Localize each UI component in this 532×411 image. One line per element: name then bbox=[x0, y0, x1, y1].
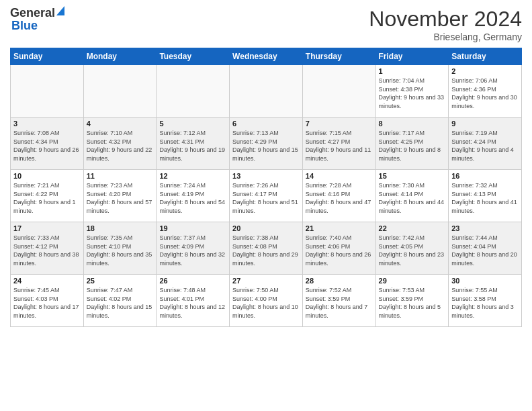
calendar-week-row: 10Sunrise: 7:21 AM Sunset: 4:22 PM Dayli… bbox=[11, 170, 522, 222]
table-row: 27Sunrise: 7:50 AM Sunset: 4:00 PM Dayli… bbox=[230, 275, 303, 327]
day-number: 18 bbox=[87, 224, 154, 232]
day-info: Sunrise: 7:21 AM Sunset: 4:22 PM Dayligh… bbox=[13, 181, 81, 215]
col-friday: Friday bbox=[375, 48, 449, 65]
day-info: Sunrise: 7:30 AM Sunset: 4:14 PM Dayligh… bbox=[379, 181, 446, 215]
col-monday: Monday bbox=[83, 48, 157, 65]
table-row bbox=[302, 65, 375, 118]
day-info: Sunrise: 7:55 AM Sunset: 3:58 PM Dayligh… bbox=[451, 286, 519, 320]
table-row: 10Sunrise: 7:21 AM Sunset: 4:22 PM Dayli… bbox=[11, 170, 84, 222]
table-row: 29Sunrise: 7:53 AM Sunset: 3:59 PM Dayli… bbox=[375, 275, 449, 327]
table-row: 24Sunrise: 7:45 AM Sunset: 4:03 PM Dayli… bbox=[11, 275, 84, 327]
day-number: 16 bbox=[451, 172, 519, 180]
table-row: 18Sunrise: 7:35 AM Sunset: 4:10 PM Dayli… bbox=[83, 222, 157, 275]
logo-blue-text: Blue bbox=[11, 19, 38, 32]
table-row: 23Sunrise: 7:44 AM Sunset: 4:04 PM Dayli… bbox=[449, 222, 522, 275]
day-info: Sunrise: 7:52 AM Sunset: 3:59 PM Dayligh… bbox=[306, 286, 373, 320]
day-number: 21 bbox=[306, 224, 373, 232]
day-number: 1 bbox=[379, 67, 446, 75]
title-block: November 2024 Brieselang, Germany bbox=[369, 7, 522, 42]
table-row: 1Sunrise: 7:04 AM Sunset: 4:38 PM Daylig… bbox=[375, 65, 449, 118]
col-tuesday: Tuesday bbox=[157, 48, 230, 65]
day-number: 5 bbox=[159, 120, 226, 128]
table-row: 13Sunrise: 7:26 AM Sunset: 4:17 PM Dayli… bbox=[230, 170, 303, 222]
day-number: 25 bbox=[87, 277, 154, 285]
table-row: 25Sunrise: 7:47 AM Sunset: 4:02 PM Dayli… bbox=[83, 275, 157, 327]
page-container: General Blue November 2024 Brieselang, G… bbox=[0, 0, 532, 334]
day-info: Sunrise: 7:40 AM Sunset: 4:06 PM Dayligh… bbox=[306, 234, 373, 267]
day-info: Sunrise: 7:06 AM Sunset: 4:36 PM Dayligh… bbox=[451, 77, 519, 110]
calendar-week-row: 24Sunrise: 7:45 AM Sunset: 4:03 PM Dayli… bbox=[11, 275, 522, 327]
col-sunday: Sunday bbox=[11, 48, 84, 65]
day-info: Sunrise: 7:37 AM Sunset: 4:09 PM Dayligh… bbox=[159, 234, 226, 267]
day-info: Sunrise: 7:35 AM Sunset: 4:10 PM Dayligh… bbox=[87, 234, 154, 267]
table-row: 19Sunrise: 7:37 AM Sunset: 4:09 PM Dayli… bbox=[157, 222, 230, 275]
day-info: Sunrise: 7:10 AM Sunset: 4:32 PM Dayligh… bbox=[87, 129, 154, 163]
table-row: 7Sunrise: 7:15 AM Sunset: 4:27 PM Daylig… bbox=[302, 118, 375, 170]
table-row: 3Sunrise: 7:08 AM Sunset: 4:34 PM Daylig… bbox=[11, 118, 84, 170]
day-number: 6 bbox=[232, 120, 300, 128]
table-row: 17Sunrise: 7:33 AM Sunset: 4:12 PM Dayli… bbox=[11, 222, 84, 275]
table-row: 30Sunrise: 7:55 AM Sunset: 3:58 PM Dayli… bbox=[449, 275, 522, 327]
day-info: Sunrise: 7:53 AM Sunset: 3:59 PM Dayligh… bbox=[379, 286, 446, 320]
logo: General Blue bbox=[10, 7, 64, 33]
calendar-week-row: 17Sunrise: 7:33 AM Sunset: 4:12 PM Dayli… bbox=[11, 222, 522, 275]
day-number: 17 bbox=[13, 224, 81, 232]
day-number: 8 bbox=[379, 120, 446, 128]
day-info: Sunrise: 7:12 AM Sunset: 4:31 PM Dayligh… bbox=[159, 129, 226, 163]
month-title: November 2024 bbox=[369, 7, 522, 32]
calendar-header-row: Sunday Monday Tuesday Wednesday Thursday… bbox=[11, 48, 522, 65]
day-info: Sunrise: 7:19 AM Sunset: 4:24 PM Dayligh… bbox=[451, 129, 519, 163]
day-info: Sunrise: 7:32 AM Sunset: 4:13 PM Dayligh… bbox=[451, 181, 519, 215]
day-info: Sunrise: 7:17 AM Sunset: 4:25 PM Dayligh… bbox=[379, 129, 446, 163]
day-number: 7 bbox=[306, 120, 373, 128]
calendar-body: 1Sunrise: 7:04 AM Sunset: 4:38 PM Daylig… bbox=[11, 65, 522, 327]
calendar-table: Sunday Monday Tuesday Wednesday Thursday… bbox=[10, 48, 522, 327]
page-header: General Blue November 2024 Brieselang, G… bbox=[10, 7, 522, 42]
day-number: 28 bbox=[306, 277, 373, 285]
table-row: 22Sunrise: 7:42 AM Sunset: 4:05 PM Dayli… bbox=[375, 222, 449, 275]
day-info: Sunrise: 7:23 AM Sunset: 4:20 PM Dayligh… bbox=[87, 181, 154, 215]
day-number: 11 bbox=[87, 172, 154, 180]
day-number: 3 bbox=[13, 120, 81, 128]
day-info: Sunrise: 7:26 AM Sunset: 4:17 PM Dayligh… bbox=[232, 181, 300, 215]
day-info: Sunrise: 7:15 AM Sunset: 4:27 PM Dayligh… bbox=[306, 129, 373, 163]
table-row: 6Sunrise: 7:13 AM Sunset: 4:29 PM Daylig… bbox=[230, 118, 303, 170]
day-number: 12 bbox=[159, 172, 226, 180]
day-number: 9 bbox=[451, 120, 519, 128]
calendar-week-row: 1Sunrise: 7:04 AM Sunset: 4:38 PM Daylig… bbox=[11, 65, 522, 118]
day-number: 14 bbox=[306, 172, 373, 180]
table-row: 9Sunrise: 7:19 AM Sunset: 4:24 PM Daylig… bbox=[449, 118, 522, 170]
table-row: 8Sunrise: 7:17 AM Sunset: 4:25 PM Daylig… bbox=[375, 118, 449, 170]
table-row: 2Sunrise: 7:06 AM Sunset: 4:36 PM Daylig… bbox=[449, 65, 522, 118]
svg-marker-0 bbox=[56, 6, 64, 15]
table-row: 15Sunrise: 7:30 AM Sunset: 4:14 PM Dayli… bbox=[375, 170, 449, 222]
day-info: Sunrise: 7:13 AM Sunset: 4:29 PM Dayligh… bbox=[232, 129, 300, 163]
day-number: 15 bbox=[379, 172, 446, 180]
col-saturday: Saturday bbox=[449, 48, 522, 65]
table-row bbox=[157, 65, 230, 118]
day-info: Sunrise: 7:24 AM Sunset: 4:19 PM Dayligh… bbox=[159, 181, 226, 215]
day-number: 19 bbox=[159, 224, 226, 232]
table-row: 5Sunrise: 7:12 AM Sunset: 4:31 PM Daylig… bbox=[157, 118, 230, 170]
day-number: 27 bbox=[232, 277, 300, 285]
day-number: 10 bbox=[13, 172, 81, 180]
day-number: 26 bbox=[159, 277, 226, 285]
day-info: Sunrise: 7:28 AM Sunset: 4:16 PM Dayligh… bbox=[306, 181, 373, 215]
day-info: Sunrise: 7:45 AM Sunset: 4:03 PM Dayligh… bbox=[13, 286, 81, 320]
day-number: 29 bbox=[379, 277, 446, 285]
day-info: Sunrise: 7:47 AM Sunset: 4:02 PM Dayligh… bbox=[87, 286, 154, 320]
table-row: 12Sunrise: 7:24 AM Sunset: 4:19 PM Dayli… bbox=[157, 170, 230, 222]
table-row: 21Sunrise: 7:40 AM Sunset: 4:06 PM Dayli… bbox=[302, 222, 375, 275]
col-thursday: Thursday bbox=[302, 48, 375, 65]
day-number: 20 bbox=[232, 224, 300, 232]
day-info: Sunrise: 7:04 AM Sunset: 4:38 PM Dayligh… bbox=[379, 77, 446, 110]
table-row: 28Sunrise: 7:52 AM Sunset: 3:59 PM Dayli… bbox=[302, 275, 375, 327]
table-row: 4Sunrise: 7:10 AM Sunset: 4:32 PM Daylig… bbox=[83, 118, 157, 170]
day-number: 13 bbox=[232, 172, 300, 180]
table-row: 26Sunrise: 7:48 AM Sunset: 4:01 PM Dayli… bbox=[157, 275, 230, 327]
day-number: 2 bbox=[451, 67, 519, 75]
calendar-week-row: 3Sunrise: 7:08 AM Sunset: 4:34 PM Daylig… bbox=[11, 118, 522, 170]
table-row: 20Sunrise: 7:38 AM Sunset: 4:08 PM Dayli… bbox=[230, 222, 303, 275]
day-number: 24 bbox=[13, 277, 81, 285]
day-number: 22 bbox=[379, 224, 446, 232]
